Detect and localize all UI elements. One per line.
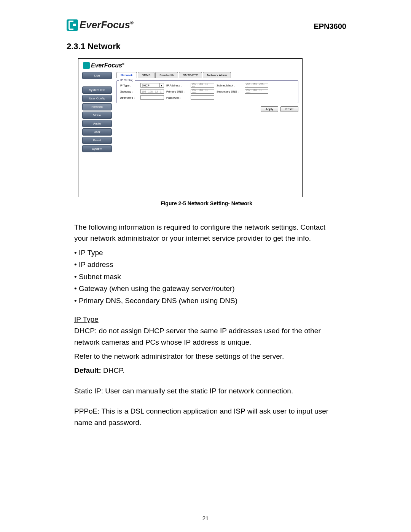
sidebar: Live System Info User Config Network Vid… [82,72,112,152]
static-ip-paragraph: Static IP: User can manually set the sta… [74,385,341,396]
sidebar-item-system-info[interactable]: System Info [82,86,112,94]
ip-setting-fieldset: IP Setting IP Type : DHCP ▾ IP Address :… [116,80,298,103]
username-input[interactable] [140,95,164,100]
sidebar-item-system[interactable]: System [82,145,112,152]
tab-bandwidth[interactable]: Bandwidth [155,72,178,78]
username-label: Username : [120,96,138,99]
list-item: • IP Type [74,247,341,258]
tab-network[interactable]: Network [116,72,137,78]
password-input[interactable] [191,95,214,100]
default-label: Default: [74,366,101,374]
default-value: DHCP. [101,366,125,374]
chevron-down-icon: ▾ [159,83,163,87]
gateway-label: Gateway : [120,90,138,93]
ip-address-input[interactable]: 192 . 168 . 12 . 88 [191,83,214,88]
ip-type-label: IP Type : [120,84,138,87]
figure-brand-logo: EverFocus® [83,62,300,69]
reset-button[interactable]: Reset [280,106,298,112]
secondary-dns-label: Secondary DNS : [217,90,242,93]
primary-dns-input[interactable]: 192 . 168 . 10 . 188 [191,89,214,94]
section-heading: 2.3.1 Network [67,42,346,51]
sidebar-item-user-config[interactable]: User Config [82,95,112,102]
dhcp-paragraph-1: DHCP: do not assign DHCP server the same… [74,325,341,348]
sidebar-item-network[interactable]: Network [82,103,112,110]
subnet-mask-input[interactable]: 255 . 255 . 255 . 0 [245,83,268,88]
sidebar-item-user[interactable]: User [82,128,112,136]
sidebar-item-live[interactable]: Live [82,72,112,79]
ip-type-select[interactable]: DHCP ▾ [140,83,164,88]
ip-address-label: IP Address : [166,84,188,87]
secondary-dns-input[interactable]: 192 . 168 . 10 . 189 [245,89,268,94]
model-number: EPN3600 [314,22,346,31]
sidebar-item-audio[interactable]: Audio [82,120,112,127]
list-item: • IP address [74,259,341,270]
sidebar-item-video[interactable]: Video [82,112,112,119]
button-row: Apply Reset [116,106,298,112]
brand-logo: EverFocus® [67,19,134,31]
tab-smtp-ftp[interactable]: SMTP/FTP [179,72,202,78]
logo-mark-icon [83,62,90,69]
list-item: • Primary DNS, Secondary DNS (when using… [74,295,341,306]
dhcp-paragraph-2: Refer to the network administrator for t… [74,351,341,362]
ip-type-subheading: IP Type [74,315,346,324]
figure-screenshot: EverFocus® Live System Info User Config … [78,58,303,197]
password-label: Password : [166,96,188,99]
list-item: • Subnet mask [74,271,341,282]
fieldset-legend: IP Setting [119,78,135,82]
apply-button[interactable]: Apply [261,106,278,112]
figure-caption: Figure 2-5 Network Setting- Network [67,200,346,206]
list-item: • Gateway (when using the gateway server… [74,283,341,294]
gateway-input[interactable]: 192 . 168 . 12 . 1 [140,89,164,94]
bullet-list: • IP Type • IP address • Subnet mask • G… [74,247,346,306]
intro-paragraph: The following information is required to… [74,222,341,244]
figure-brand-name: EverFocus® [91,62,124,69]
primary-dns-label: Primary DNS : [166,90,188,93]
main-panel: Network DDNS Bandwidth SMTP/FTP Network … [116,72,298,152]
tab-bar: Network DDNS Bandwidth SMTP/FTP Network … [116,72,298,78]
tab-ddns[interactable]: DDNS [138,72,155,78]
tab-network-alarm[interactable]: Network Alarm [203,72,231,78]
brand-name: EverFocus® [80,19,134,31]
default-line: Default: DHCP. [74,365,341,376]
sidebar-item-event[interactable]: Event [82,137,112,144]
logo-mark-icon [67,19,78,31]
pppoe-paragraph: PPPoE: This is a DSL connection applicat… [74,406,341,428]
page-header: EverFocus® EPN3600 [67,19,346,31]
page-number: 21 [0,515,411,521]
subnet-mask-label: Subnet Mask : [217,84,242,87]
